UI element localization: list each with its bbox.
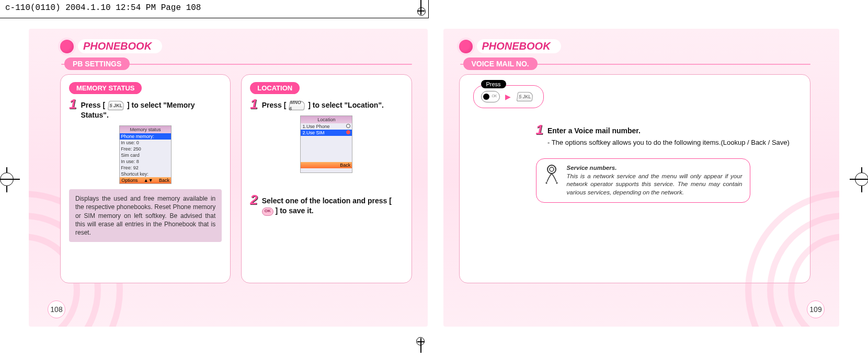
screen-highlight: Phone memory: (120, 133, 171, 140)
screen-row: Free: 92 (120, 165, 171, 171)
page-title-row: PHONEBOOK (459, 39, 811, 53)
dot-badge-icon (459, 40, 473, 53)
step-1: 1 Enter a Voice mail number. - The optio… (536, 124, 797, 147)
screen-row: Free: 250 (120, 146, 171, 152)
columns: MEMORY STATUS 1 Press [ 5 JKL ] to selec… (60, 74, 412, 283)
step-2: 2 Select one of the location and press [… (250, 194, 403, 216)
arrow-icon: ▶ (505, 93, 511, 101)
step1-text: Enter a Voice mail number. (547, 126, 641, 135)
step-1: 1 Press [ 5 JKL ] to select "Memory Stat… (69, 98, 222, 120)
subtitle-location: LOCATION (250, 82, 300, 94)
step1-pre: Press [ (81, 101, 107, 109)
dot-badge-icon (60, 40, 74, 53)
softkey-right: Back (340, 163, 350, 168)
tip-title: Service numbers. (567, 165, 617, 171)
tip-box: Service numbers. This is a network servi… (536, 158, 750, 202)
page-number: 108 (48, 301, 65, 318)
section-tab: PB SETTINGS (64, 57, 130, 70)
step-number-1: 1 (69, 98, 76, 110)
step-number-2: 2 (250, 194, 257, 206)
nav-knob-icon (481, 91, 500, 102)
key-6-icon: MNO 6 (289, 101, 306, 110)
screen-title: Memory status (120, 126, 171, 133)
step-1: 1 Press [ MNO 6 ] to select "Location". (250, 98, 403, 110)
col-location: LOCATION 1 Press [ MNO 6 ] to select "Lo… (241, 74, 412, 283)
screen-row: In use: 0 (120, 140, 171, 146)
step2-pre: Select one of the location and press [ (262, 197, 392, 205)
phone-screen-location: Location 1.Use Phone 2.Use SIM Back (300, 116, 352, 173)
reg-mark-right (850, 167, 868, 192)
reg-mark-left (0, 167, 20, 192)
page-108: PHONEBOOK PB SETTINGS MEMORY STATUS 1 Pr… (29, 29, 428, 327)
svg-point-1 (550, 167, 554, 171)
press-pill: Press ▶ 5 JKL (473, 85, 544, 108)
section-tab: VOICE MAIL NO. (463, 57, 538, 70)
list-item: 1.Use Phone (301, 123, 352, 130)
svg-point-3 (556, 182, 557, 184)
page-number: 109 (807, 301, 825, 318)
col-memory-status: MEMORY STATUS 1 Press [ 5 JKL ] to selec… (60, 74, 231, 283)
page-title-row: PHONEBOOK (60, 39, 412, 53)
tip-icon (544, 164, 559, 197)
svg-point-0 (547, 165, 556, 174)
screen-row: Shortcut key: (120, 171, 171, 177)
page-109: PHONEBOOK VOICE MAIL NO. Press ▶ 5 JKL 1… (443, 29, 840, 327)
step1-subnote: - The options softkey allows you to do t… (547, 138, 790, 147)
screen-row: Sim card (120, 152, 171, 158)
right-steps: 1 Enter a Voice mail number. - The optio… (536, 124, 797, 203)
tip-body: This is a network service and the menu w… (567, 173, 743, 195)
crop-mark-top (413, 0, 429, 18)
screen-title: Location (301, 116, 352, 123)
step-number-1: 1 (536, 124, 543, 136)
ok-key-icon: OK (262, 207, 273, 216)
page-title: PHONEBOOK (477, 39, 561, 53)
screen-softkeys: Back (301, 162, 352, 168)
step-number-1: 1 (250, 98, 257, 110)
screen-softkeys: Options ▲▼ Back (120, 177, 171, 183)
crop-mark-bottom (413, 334, 429, 353)
step2-post: ] to save it. (273, 206, 314, 215)
subtitle-memory-status: MEMORY STATUS (69, 82, 142, 94)
key-5-icon: 5 JKL (516, 92, 533, 101)
print-header: c-110(0110) 2004.1.10 12:54 PM Page 108 (0, 0, 429, 18)
step1-pre: Press [ (262, 101, 289, 109)
phone-screen-memory: Memory status Phone memory: In use: 0 Fr… (119, 125, 172, 184)
svg-point-2 (545, 182, 547, 184)
list-item-selected: 2.Use SIM (301, 130, 352, 136)
softkey-right: Back (159, 178, 169, 183)
key-5-icon: 5 JKL (108, 101, 125, 110)
screen-row: In use: 8 (120, 158, 171, 165)
press-label: Press (481, 80, 506, 88)
page-spread: PHONEBOOK PB SETTINGS MEMORY STATUS 1 Pr… (29, 29, 839, 327)
page-title: PHONEBOOK (78, 39, 162, 53)
softkey-left: Options (121, 178, 138, 183)
step1-post: ] to select "Location". (306, 101, 384, 109)
note-box: Displays the used and free memory availa… (69, 189, 222, 242)
right-body: Press ▶ 5 JKL 1 Enter a Voice mail numbe… (459, 74, 811, 283)
